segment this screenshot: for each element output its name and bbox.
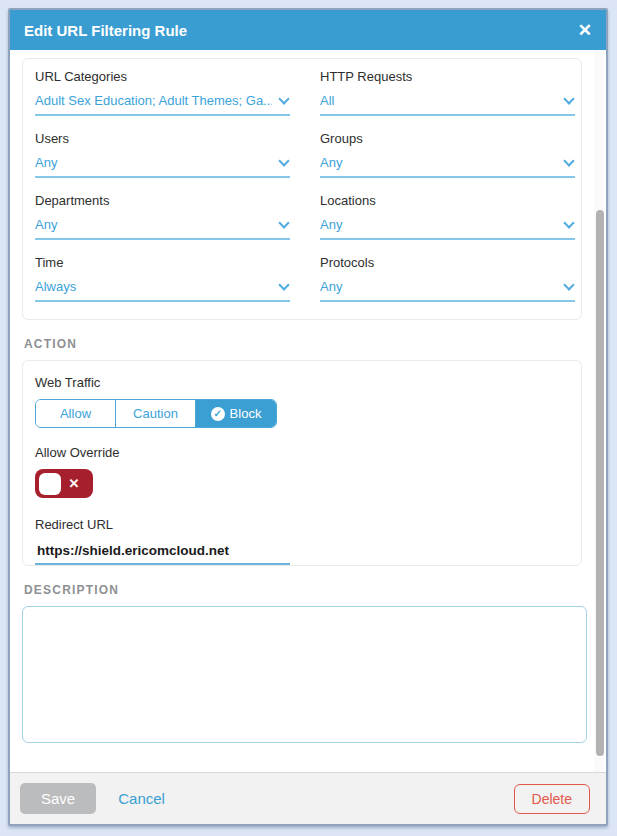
redirect-url-input[interactable] [35, 541, 290, 565]
redirect-url-row: Redirect URL [35, 517, 567, 565]
time-select[interactable]: Always [35, 279, 290, 302]
locations-select[interactable]: Any [320, 217, 575, 240]
scrollbar-thumb[interactable] [596, 210, 604, 756]
chevron-down-icon [563, 217, 574, 228]
users-select[interactable]: Any [35, 155, 290, 178]
chevron-down-icon [563, 93, 574, 104]
description-textarea[interactable] [22, 606, 587, 743]
departments-select[interactable]: Any [35, 217, 290, 240]
dialog-header: Edit URL Filtering Rule ✕ [10, 10, 606, 50]
field-groups: Groups Any [320, 131, 575, 178]
field-value: Any [320, 217, 557, 232]
field-label: Groups [320, 131, 575, 146]
toggle-off-x-icon: ✕ [61, 477, 87, 490]
field-value: Any [35, 155, 272, 170]
caution-button[interactable]: Caution [116, 400, 196, 427]
field-value: Any [320, 155, 557, 170]
save-button[interactable]: Save [20, 783, 96, 814]
field-label: Users [35, 131, 290, 146]
block-button[interactable]: ✓ Block [196, 400, 276, 427]
description-section-label: DESCRIPTION [24, 583, 582, 597]
cancel-button[interactable]: Cancel [118, 790, 165, 807]
block-button-label: Block [230, 406, 262, 421]
field-time: Time Always [35, 255, 290, 302]
chevron-down-icon [278, 93, 289, 104]
action-section-label: ACTION [24, 337, 582, 351]
allow-override-row: Allow Override ✕ [35, 445, 567, 498]
field-http-requests: HTTP Requests All [320, 69, 575, 116]
field-url-categories: URL Categories Adult Sex Education; Adul… [35, 69, 290, 116]
protocols-select[interactable]: Any [320, 279, 575, 302]
field-label: HTTP Requests [320, 69, 575, 84]
edit-url-filtering-rule-dialog: Edit URL Filtering Rule ✕ URL Categories… [8, 8, 608, 826]
field-label: Locations [320, 193, 575, 208]
web-traffic-label: Web Traffic [35, 375, 567, 390]
check-circle-icon: ✓ [211, 407, 225, 421]
field-value: Any [320, 279, 557, 294]
field-locations: Locations Any [320, 193, 575, 240]
groups-select[interactable]: Any [320, 155, 575, 178]
web-traffic-segmented-control: Allow Caution ✓ Block [35, 399, 277, 428]
allow-override-label: Allow Override [35, 445, 567, 460]
field-value: Any [35, 217, 272, 232]
caution-button-label: Caution [133, 406, 178, 421]
dialog-body: URL Categories Adult Sex Education; Adul… [10, 50, 606, 772]
field-label: Protocols [320, 255, 575, 270]
field-departments: Departments Any [35, 193, 290, 240]
field-label: Time [35, 255, 290, 270]
field-value: All [320, 93, 557, 108]
field-value: Adult Sex Education; Adult Themes; Ga... [35, 93, 272, 108]
field-protocols: Protocols Any [320, 255, 575, 302]
action-card: Web Traffic Allow Caution ✓ Block Allow … [22, 360, 582, 566]
allow-override-toggle[interactable]: ✕ [35, 469, 93, 498]
dialog-title: Edit URL Filtering Rule [24, 22, 187, 39]
field-value: Always [35, 279, 272, 294]
close-icon[interactable]: ✕ [578, 22, 592, 39]
chevron-down-icon [278, 217, 289, 228]
toggle-knob [39, 473, 61, 495]
http-requests-select[interactable]: All [320, 93, 575, 116]
delete-button[interactable]: Delete [514, 784, 590, 814]
chevron-down-icon [563, 279, 574, 290]
field-label: URL Categories [35, 69, 290, 84]
chevron-down-icon [278, 279, 289, 290]
rule-fields-card: URL Categories Adult Sex Education; Adul… [22, 58, 582, 320]
dialog-footer: Save Cancel Delete [10, 772, 606, 824]
chevron-down-icon [563, 155, 574, 166]
url-categories-select[interactable]: Adult Sex Education; Adult Themes; Ga... [35, 93, 290, 116]
redirect-url-label: Redirect URL [35, 517, 567, 532]
chevron-down-icon [278, 155, 289, 166]
allow-button-label: Allow [60, 406, 91, 421]
field-users: Users Any [35, 131, 290, 178]
field-label: Departments [35, 193, 290, 208]
allow-button[interactable]: Allow [36, 400, 116, 427]
